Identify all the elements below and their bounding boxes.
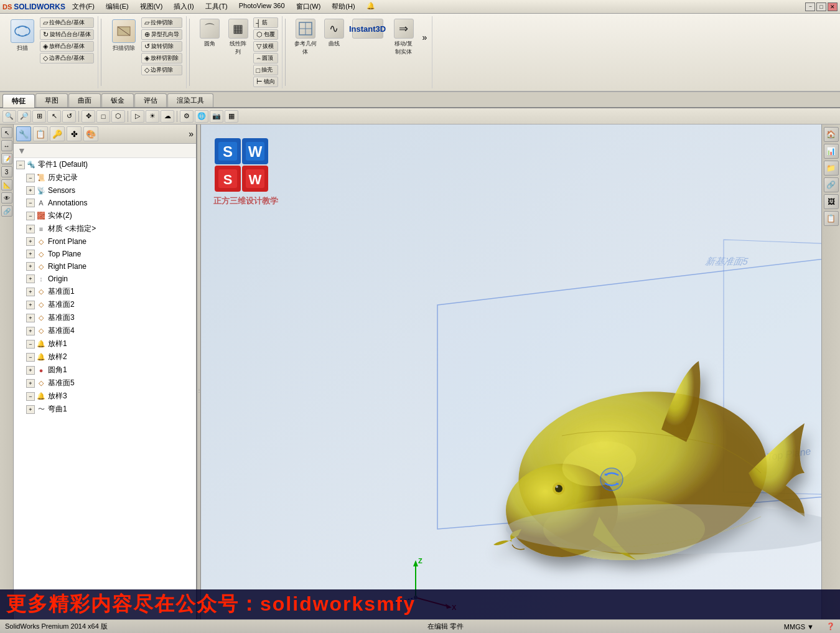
- ft-btn-tree[interactable]: 🔧: [16, 126, 31, 141]
- ft-expand-toggle[interactable]: +: [26, 262, 35, 271]
- rt-chart-button[interactable]: 📊: [824, 144, 839, 159]
- shaded-button[interactable]: ⬡: [111, 110, 125, 123]
- tree-item-6[interactable]: +◇Front Plane: [14, 235, 196, 248]
- ft-expand-toggle[interactable]: +: [26, 405, 35, 414]
- curve-button[interactable]: ∿ 曲线: [320, 17, 348, 57]
- ft-expand-toggle[interactable]: +: [26, 288, 35, 296]
- ref-geom-button[interactable]: 参考几何体: [292, 17, 319, 57]
- tab-features[interactable]: 特征: [2, 94, 35, 108]
- ft-expand-toggle[interactable]: −: [26, 353, 35, 362]
- mirror-button[interactable]: ⊢ 镜向: [253, 77, 278, 87]
- zoom-out-button[interactable]: 🔎: [17, 110, 31, 123]
- maximize-button[interactable]: □: [816, 2, 826, 11]
- ft-expand-toggle[interactable]: +: [26, 274, 35, 283]
- status-help-icon[interactable]: ❓: [826, 622, 835, 631]
- tree-item-7[interactable]: +◇Top Plane: [14, 248, 196, 260]
- wireframe-button[interactable]: □: [96, 110, 110, 123]
- ft-expand-toggle[interactable]: +: [26, 237, 35, 246]
- rib-button[interactable]: ┤ 筋: [253, 17, 278, 28]
- instant3d-button[interactable]: Instant3D: [349, 17, 386, 57]
- tree-item-10[interactable]: +◇基准面1: [14, 285, 196, 298]
- rt-image-button[interactable]: 🖼: [824, 194, 839, 209]
- tree-item-15[interactable]: −🔔放样2: [14, 350, 196, 363]
- status-units[interactable]: MMGS ▼: [784, 623, 814, 631]
- zoom-in-button[interactable]: 🔍: [2, 110, 16, 123]
- magnetic-lines-button[interactable]: 🔗: [1, 205, 12, 217]
- revolve-boss-button[interactable]: ↻ 旋转凸台台/基体: [40, 29, 94, 40]
- note-button[interactable]: 📝: [1, 153, 12, 164]
- ft-expand-toggle[interactable]: −: [26, 199, 35, 207]
- menu-window[interactable]: 窗口(W): [294, 1, 323, 12]
- menu-file[interactable]: 文件(F): [70, 1, 96, 12]
- ft-expand-toggle[interactable]: +: [26, 225, 35, 233]
- tab-sheetmetal[interactable]: 钣金: [101, 93, 134, 107]
- ft-expand-toggle[interactable]: +: [26, 250, 35, 258]
- menu-tools[interactable]: 工具(T): [203, 1, 230, 12]
- minimize-button[interactable]: －: [805, 2, 815, 11]
- wrap-button[interactable]: ⬡ 包覆: [253, 29, 278, 40]
- menu-bar[interactable]: 文件(F) 编辑(E) 视图(V) 插入(I) 工具(T) PhotoView …: [70, 1, 377, 12]
- ft-expand-toggle[interactable]: −: [16, 161, 25, 169]
- tree-item-18[interactable]: −🔔放样3: [14, 390, 196, 403]
- rt-home-button[interactable]: 🏠: [824, 127, 839, 142]
- boundary-boss-button[interactable]: ◇ 边界凸台/基体: [40, 53, 94, 63]
- display-settings-button[interactable]: 📷: [210, 110, 223, 123]
- section-button[interactable]: ▷: [131, 110, 144, 123]
- selection-filter-button[interactable]: ↖: [1, 127, 12, 138]
- menu-question[interactable]: 🔔: [365, 1, 377, 12]
- loft-boss-button[interactable]: ◈ 放样凸台/基体: [40, 41, 94, 52]
- ft-btn-display[interactable]: ✤: [67, 126, 82, 141]
- fit-button[interactable]: ⊞: [32, 110, 46, 123]
- ft-expand-toggle[interactable]: +: [26, 327, 35, 335]
- rt-clipboard-button[interactable]: 📋: [824, 211, 839, 226]
- ft-expand-toggle[interactable]: +: [26, 379, 35, 388]
- pan-button[interactable]: ✥: [82, 110, 95, 123]
- ft-expand-toggle[interactable]: −: [26, 340, 35, 349]
- tab-surface[interactable]: 曲面: [68, 93, 101, 107]
- more-button[interactable]: »: [421, 17, 429, 57]
- tree-item-1[interactable]: −📜历史记录: [14, 171, 196, 184]
- tree-item-12[interactable]: +◇基准面3: [14, 311, 196, 324]
- tree-item-19[interactable]: +〜弯曲1: [14, 403, 196, 416]
- dome-button[interactable]: ⌢ 圆顶: [253, 53, 278, 63]
- tree-item-11[interactable]: +◇基准面2: [14, 298, 196, 311]
- revolve-cut-button[interactable]: ↺ 旋转切除: [141, 41, 182, 52]
- tree-item-0[interactable]: −🔩零件1 (Default): [14, 158, 196, 171]
- tree-item-9[interactable]: +↕Origin: [14, 273, 196, 285]
- smart-dimension-button[interactable]: ↔: [1, 140, 12, 151]
- tree-item-2[interactable]: +📡Sensors: [14, 184, 196, 197]
- rotate-button[interactable]: ↺: [62, 110, 76, 123]
- ft-btn-properties[interactable]: 📋: [33, 126, 48, 141]
- pattern-button[interactable]: ▦ 线性阵列: [225, 17, 252, 87]
- close-button[interactable]: ✕: [828, 2, 838, 11]
- menu-edit[interactable]: 编辑(E): [104, 1, 131, 12]
- realview-button[interactable]: ☀: [146, 110, 159, 123]
- ft-btn-appearance[interactable]: 🎨: [83, 126, 98, 141]
- tree-item-5[interactable]: +≡材质 <未指定>: [14, 222, 196, 235]
- rt-link-button[interactable]: 🔗: [824, 177, 839, 192]
- tab-render[interactable]: 渲染工具: [167, 93, 213, 107]
- extrude-cut-button[interactable]: ▱ 拉伸切除: [141, 17, 182, 28]
- tree-item-14[interactable]: −🔔放样1: [14, 337, 196, 350]
- tree-item-4[interactable]: −🧱实体(2): [14, 209, 196, 222]
- ft-expand-toggle[interactable]: +: [26, 314, 35, 322]
- tree-item-8[interactable]: +◇Right Plane: [14, 260, 196, 273]
- view-3d-button[interactable]: 🌐: [195, 110, 208, 123]
- menu-view[interactable]: 视图(V): [138, 1, 165, 12]
- scan-button[interactable]: 扫描: [6, 17, 39, 63]
- ft-btn-config[interactable]: 🔑: [50, 126, 65, 141]
- loft-cut-button[interactable]: ◈ 放样切割除: [141, 53, 182, 63]
- menu-help[interactable]: 帮助(H): [330, 1, 357, 12]
- draft-button[interactable]: ▽ 拔模: [253, 41, 278, 52]
- ft-expand-toggle[interactable]: +: [26, 186, 35, 195]
- select-button[interactable]: ↖: [47, 110, 61, 123]
- ft-expand-toggle[interactable]: −: [26, 392, 35, 401]
- menu-photoview[interactable]: PhotoView 360: [237, 1, 287, 12]
- shell-button[interactable]: □ 抽壳: [253, 65, 278, 75]
- ft-expand-toggle[interactable]: −: [26, 212, 35, 220]
- tab-sketch[interactable]: 草图: [35, 93, 68, 107]
- scan-cut-button[interactable]: 扫描切除: [108, 17, 140, 75]
- hole-wizard-button[interactable]: ⊕ 异型孔向导: [141, 29, 182, 40]
- ft-expand-toggle[interactable]: +: [26, 301, 35, 309]
- viewport[interactable]: Top Plane 新基准面5: [201, 124, 821, 633]
